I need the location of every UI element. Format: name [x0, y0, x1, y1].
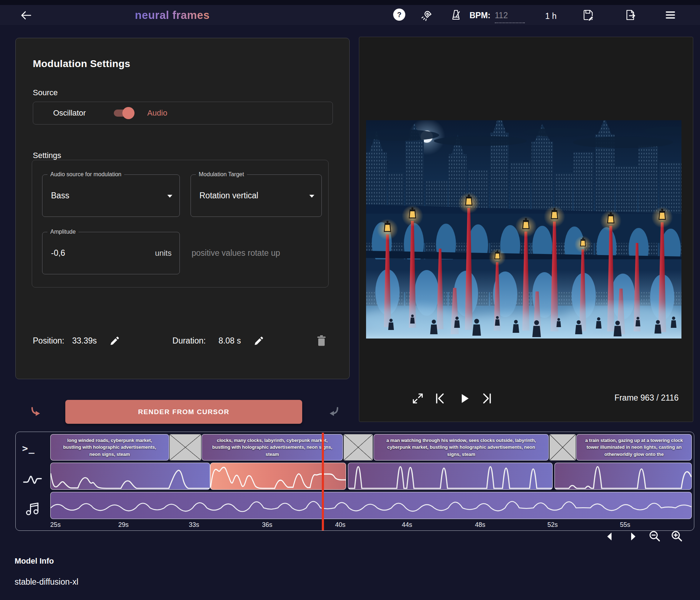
source-selector: Oscillator Audio	[33, 102, 333, 124]
redo-button[interactable]	[328, 406, 340, 417]
bpm-label: BPM:	[470, 11, 491, 20]
magnet-icon	[421, 9, 433, 21]
metronome-icon	[450, 9, 462, 21]
back-arrow-icon	[20, 10, 32, 21]
model-info-value: stable-diffusion-xl	[15, 577, 78, 587]
skip-start-icon	[433, 392, 446, 405]
zoom-out-icon	[649, 530, 661, 543]
crossfade-clip[interactable]	[169, 434, 201, 461]
bpm-input[interactable]: 112	[495, 11, 525, 23]
prompt-clip-text: clocks, many clocks, labyrinth, cyberpun…	[202, 434, 343, 460]
zoom-in-icon	[671, 530, 683, 543]
export-button[interactable]	[624, 9, 636, 21]
amplitude-input[interactable]: Amplitude -0,6 units	[42, 232, 180, 274]
edit-duration-button[interactable]	[254, 336, 264, 345]
app-logo: neural frames	[135, 9, 210, 22]
modulation-waveform	[555, 463, 691, 489]
amplitude-hint: positive values rotate up	[192, 232, 324, 274]
time-ruler[interactable]: 25s 29s 33s 36s 40s 44s 48s 52s 55s	[50, 521, 692, 530]
source-section-label: Source	[33, 88, 58, 97]
timeline-zoom-out-button[interactable]	[649, 530, 661, 543]
arrow-left-icon	[604, 530, 616, 543]
metronome-button[interactable]	[450, 9, 462, 21]
magnet-snap-button[interactable]	[421, 9, 433, 21]
time-tick: 36s	[262, 521, 272, 529]
cyberpunk-city-frame-art	[366, 120, 681, 339]
prompt-clip[interactable]: a train station, gazing up at a towering…	[576, 434, 692, 461]
prompt-clip[interactable]: a man watching through his window, sees …	[374, 434, 549, 461]
time-tick: 40s	[335, 521, 345, 529]
expand-icon	[411, 392, 424, 405]
neural-frames-app: neural frames ? BPM: 112 1	[0, 0, 700, 600]
timeline-zoom-in-button[interactable]	[671, 530, 683, 543]
delete-modulation-button[interactable]	[316, 335, 326, 346]
position-value: 33.39s	[72, 336, 97, 346]
prompt-clip[interactable]: long winded roads, cyberpunk market, bus…	[50, 434, 169, 461]
timeline-scroll-right-button[interactable]	[627, 530, 639, 543]
modulation-target-select[interactable]: Modulation Target Rotation vertical	[191, 174, 322, 217]
amplitude-unit-label: units	[155, 232, 172, 274]
time-tick: 33s	[189, 521, 199, 529]
edit-position-button[interactable]	[110, 336, 120, 345]
audio-source-select-value: Bass	[51, 175, 69, 217]
position-label: Position:	[33, 336, 64, 346]
modulation-waveform	[51, 463, 210, 489]
modulation-clip[interactable]	[554, 463, 692, 490]
modulation-target-select-value: Rotation vertical	[199, 175, 258, 217]
crossfade-clip[interactable]	[344, 434, 373, 461]
top-strip	[0, 0, 700, 5]
modulation-track	[50, 463, 692, 490]
timeline: >_ long winded roads, cyberpunk market, …	[15, 432, 694, 531]
time-tick: 52s	[547, 521, 558, 529]
play-button[interactable]	[458, 392, 471, 405]
time-tick: 44s	[402, 521, 412, 529]
prompt-track-icon: >_	[22, 443, 43, 458]
question-mark-icon: ?	[397, 11, 401, 19]
prompt-track: long winded roads, cyberpunk market, bus…	[50, 434, 692, 461]
time-tick: 29s	[118, 521, 128, 529]
video-preview-panel: Frame 963 / 2116	[359, 37, 693, 422]
time-tick: 48s	[475, 521, 485, 529]
bpm-control: BPM: 112	[470, 11, 525, 23]
timeline-tracks: long winded roads, cyberpunk market, bus…	[50, 432, 692, 530]
settings-section-label: Settings	[33, 151, 61, 160]
audio-source-select[interactable]: Audio source for modulation Bass	[42, 174, 180, 217]
save-edit-icon	[582, 9, 594, 21]
skip-to-end-button[interactable]	[481, 392, 493, 405]
fullscreen-button[interactable]	[411, 392, 424, 405]
video-current-frame[interactable]	[366, 120, 681, 339]
toggle-knob	[122, 107, 135, 119]
audio-option-label[interactable]: Audio	[147, 108, 167, 118]
chevron-down-icon	[309, 195, 314, 198]
duration-value: 8.08 s	[219, 336, 241, 346]
help-button[interactable]: ?	[393, 9, 405, 21]
trash-icon	[316, 335, 326, 346]
playhead-cursor[interactable]	[322, 433, 324, 530]
undo-button[interactable]	[29, 406, 41, 417]
menu-button[interactable]	[664, 9, 676, 21]
source-toggle[interactable]	[114, 110, 132, 117]
render-from-cursor-button[interactable]: RENDER FROM CURSOR	[65, 400, 302, 424]
model-info-title: Model Info	[15, 556, 54, 566]
oscillator-option-label[interactable]: Oscillator	[53, 108, 86, 118]
modulation-clip[interactable]	[348, 463, 553, 490]
modulation-waveform	[348, 463, 552, 489]
skip-to-start-button[interactable]	[433, 392, 446, 405]
modulation-clip[interactable]	[50, 463, 210, 490]
credit-time-remaining: 1 h	[545, 11, 557, 21]
export-icon	[624, 9, 636, 21]
play-icon	[458, 392, 471, 405]
prompt-clip-text: a train station, gazing up at a towering…	[577, 434, 691, 460]
prompt-clip-text: long winded roads, cyberpunk market, bus…	[51, 434, 169, 460]
modulation-track-icon	[22, 472, 43, 488]
back-button[interactable]	[20, 10, 32, 21]
time-tick: 55s	[620, 521, 630, 529]
crossfade-clip[interactable]	[549, 434, 576, 461]
pencil-icon	[254, 336, 264, 345]
audio-clip[interactable]	[50, 492, 692, 519]
music-note-icon	[22, 500, 43, 516]
modulation-clip-selected[interactable]	[210, 463, 346, 490]
time-tick: 25s	[50, 521, 61, 529]
save-project-button[interactable]	[582, 9, 594, 21]
timeline-scroll-left-button[interactable]	[604, 530, 616, 543]
